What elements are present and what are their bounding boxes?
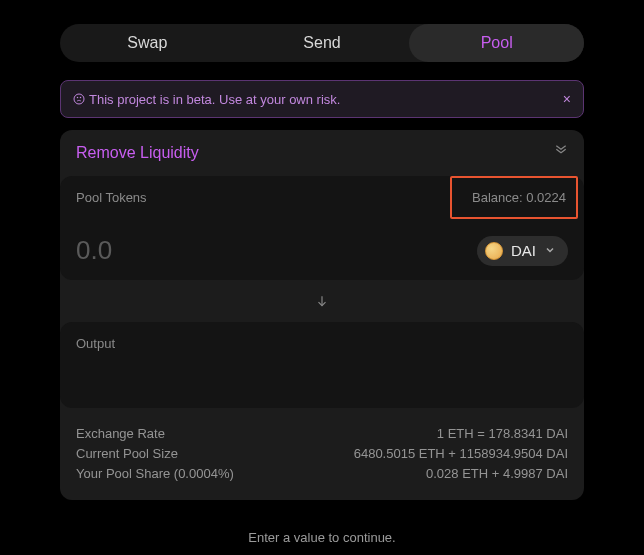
svg-point-1 bbox=[77, 97, 79, 99]
panel-header[interactable]: Remove Liquidity bbox=[60, 130, 584, 176]
dai-token-icon bbox=[485, 242, 503, 260]
footer-message: Enter a value to continue. bbox=[60, 530, 584, 545]
output-label: Output bbox=[76, 336, 115, 351]
output-section: Output bbox=[60, 322, 584, 408]
pool-share-value: 0.028 ETH + 4.9987 DAI bbox=[426, 464, 568, 484]
chevron-down-icon bbox=[554, 144, 568, 162]
svg-point-0 bbox=[74, 94, 84, 104]
warning-icon bbox=[73, 93, 85, 105]
pool-share-label: Your Pool Share (0.0004%) bbox=[76, 464, 234, 484]
pool-tokens-label: Pool Tokens bbox=[76, 190, 147, 221]
main-tabs: Swap Send Pool bbox=[60, 24, 584, 62]
svg-point-2 bbox=[80, 97, 82, 99]
token-selector[interactable]: DAI bbox=[477, 236, 568, 266]
exchange-rate-value: 1 ETH = 178.8341 DAI bbox=[437, 424, 568, 444]
banner-text: This project is in beta. Use at your own… bbox=[89, 92, 340, 107]
pool-size-label: Current Pool Size bbox=[76, 444, 178, 464]
banner-close-button[interactable]: × bbox=[563, 91, 571, 107]
panel-title: Remove Liquidity bbox=[76, 144, 199, 162]
info-block: Exchange Rate 1 ETH = 178.8341 DAI Curre… bbox=[60, 408, 584, 500]
pool-tokens-section: Pool Tokens Balance: 0.0224 DAI bbox=[60, 176, 584, 280]
pool-size-value: 6480.5015 ETH + 1158934.9504 DAI bbox=[354, 444, 568, 464]
arrow-down-divider bbox=[60, 280, 584, 322]
amount-input[interactable] bbox=[76, 235, 276, 266]
exchange-rate-label: Exchange Rate bbox=[76, 424, 165, 444]
remove-liquidity-panel: Remove Liquidity Pool Tokens Balance: 0.… bbox=[60, 130, 584, 500]
tab-pool[interactable]: Pool bbox=[409, 24, 584, 62]
token-name: DAI bbox=[511, 242, 536, 259]
tab-send[interactable]: Send bbox=[235, 24, 410, 62]
beta-warning-banner: This project is in beta. Use at your own… bbox=[60, 80, 584, 118]
tab-swap[interactable]: Swap bbox=[60, 24, 235, 62]
chevron-down-icon bbox=[544, 242, 556, 260]
balance-display: Balance: 0.0224 bbox=[450, 176, 578, 219]
